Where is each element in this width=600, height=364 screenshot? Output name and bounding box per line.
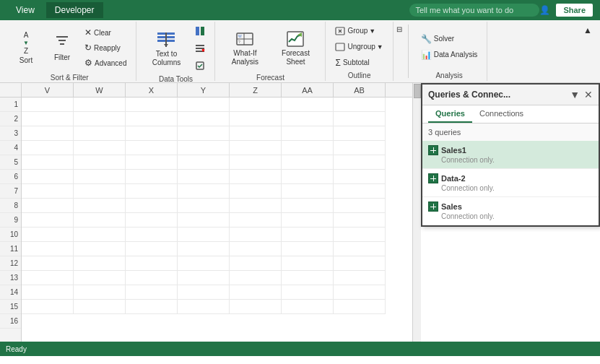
cell-y15[interactable] [178,300,230,314]
scrollbar-thumb[interactable] [414,98,421,98]
cell-v12[interactable] [22,256,74,271]
cell-y13[interactable] [178,271,230,285]
cell-ab13[interactable] [334,271,386,285]
cell-aa15[interactable] [282,300,334,314]
cell-z2[interactable] [230,112,282,126]
cell-y14[interactable] [178,285,230,300]
cell-z6[interactable] [230,170,282,184]
cell-aa3[interactable] [282,126,334,141]
cell-v15[interactable] [22,300,74,314]
cell-aa7[interactable] [282,184,334,199]
cell-z13[interactable] [230,271,282,285]
close-panel-icon[interactable]: ✕ [584,98,593,100]
cell-w2[interactable] [74,112,126,126]
cell-ab8[interactable] [334,199,386,213]
cell-v8[interactable] [22,199,74,213]
cell-v2[interactable] [22,112,74,126]
cell-y12[interactable] [178,256,230,271]
cell-w1[interactable] [74,98,126,112]
cell-y10[interactable] [178,228,230,242]
cell-x13[interactable] [126,271,178,285]
what-if-analysis-button[interactable]: W ? What-If Analysis [221,23,269,72]
cell-v4[interactable] [22,141,74,155]
cell-ab6[interactable] [334,170,386,184]
cell-ab14[interactable] [334,285,386,300]
cell-y2[interactable] [178,112,230,126]
cell-aa12[interactable] [282,256,334,271]
tab-connections[interactable]: Connections [472,105,531,123]
cell-ab1[interactable] [334,98,386,112]
cell-ab10[interactable] [334,228,386,242]
cell-w6[interactable] [74,170,126,184]
col-header-aa[interactable]: AA [282,83,334,97]
clear-button[interactable]: ✕ Clear [81,25,130,40]
cell-aa14[interactable] [282,285,334,300]
cell-w12[interactable] [74,256,126,271]
cell-x10[interactable] [126,228,178,242]
col-header-z[interactable]: Z [230,83,282,97]
list-item[interactable]: Data-2 Connection only. [422,169,599,197]
cell-y6[interactable] [178,170,230,184]
cell-z14[interactable] [230,285,282,300]
cell-y3[interactable] [178,126,230,141]
cell-v10[interactable] [22,228,74,242]
cell-w14[interactable] [74,285,126,300]
cell-w13[interactable] [74,271,126,285]
cell-v6[interactable] [22,170,74,184]
cell-z1[interactable] [230,98,282,112]
list-item[interactable]: Sales Connection only. [422,197,599,225]
cell-x14[interactable] [126,285,178,300]
tab-developer[interactable]: Developer [46,2,103,18]
cell-aa10[interactable] [282,228,334,242]
cell-y5[interactable] [178,155,230,170]
cell-v7[interactable] [22,184,74,199]
cell-ab2[interactable] [334,112,386,126]
cell-y1[interactable] [178,98,230,112]
sort-button[interactable]: A ▼ Z Sort [9,23,43,72]
cell-x4[interactable] [126,141,178,155]
collapse-ribbon-button[interactable]: ▲ [580,23,596,38]
cell-x2[interactable] [126,112,178,126]
solver-button[interactable]: 🔧 Solver [417,32,458,46]
cell-ab3[interactable] [334,126,386,141]
data-validation-button[interactable] [191,58,209,74]
cell-ab12[interactable] [334,256,386,271]
cell-z8[interactable] [230,199,282,213]
data-analysis-button[interactable]: 📊 Data Analysis [417,48,482,62]
cell-w9[interactable] [74,213,126,228]
cell-y7[interactable] [178,184,230,199]
cell-aa6[interactable] [282,170,334,184]
col-header-w[interactable]: W [74,83,126,97]
cell-v13[interactable] [22,271,74,285]
cell-x8[interactable] [126,199,178,213]
cell-aa11[interactable] [282,242,334,256]
text-to-columns-button[interactable]: Text to Columns [142,24,190,73]
tab-queries[interactable]: Queries [428,105,472,123]
forecast-sheet-button[interactable]: Forecast Sheet [271,23,319,72]
tab-view[interactable]: View [7,2,43,18]
col-header-y[interactable]: Y [178,83,230,97]
cell-x7[interactable] [126,184,178,199]
cell-z11[interactable] [230,242,282,256]
cell-y8[interactable] [178,199,230,213]
cell-v3[interactable] [22,126,74,141]
cell-z7[interactable] [230,184,282,199]
cell-z15[interactable] [230,300,282,314]
cell-v1[interactable] [22,98,74,112]
cell-aa2[interactable] [282,112,334,126]
col-header-v[interactable]: V [22,83,74,97]
cell-ab9[interactable] [334,213,386,228]
cell-w11[interactable] [74,242,126,256]
cell-x5[interactable] [126,155,178,170]
cell-ab15[interactable] [334,300,386,314]
cell-aa4[interactable] [282,141,334,155]
cell-z10[interactable] [230,228,282,242]
cell-w3[interactable] [74,126,126,141]
cell-ab4[interactable] [334,141,386,155]
group-button[interactable]: Group ▼ [331,24,379,38]
cell-z3[interactable] [230,126,282,141]
cell-x9[interactable] [126,213,178,228]
cell-ab7[interactable] [334,184,386,199]
collapse-panel-icon[interactable]: ▼ [570,98,580,100]
cell-v5[interactable] [22,155,74,170]
